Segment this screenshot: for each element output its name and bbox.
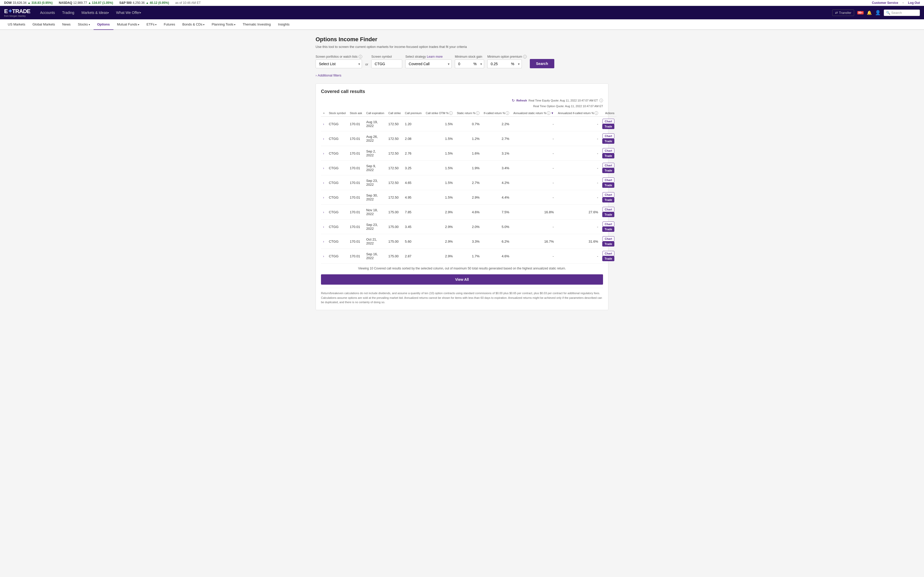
search-box[interactable]: 🔍 Search	[884, 10, 920, 16]
row-ann-static-3: -	[511, 161, 556, 176]
search-button[interactable]: Search	[530, 59, 554, 68]
subnav-mutual-funds[interactable]: Mutual Funds	[113, 19, 143, 30]
trade-button-6[interactable]: Trade	[602, 212, 614, 217]
trade-button-4[interactable]: Trade	[602, 183, 614, 188]
row-expiration-3: Sep 9, 2022	[364, 161, 386, 176]
row-expand-5[interactable]: ›	[321, 190, 327, 205]
subnav-thematic-investing[interactable]: Thematic Investing	[239, 19, 274, 30]
trade-button-2[interactable]: Trade	[602, 153, 614, 158]
view-all-button[interactable]: View All	[321, 274, 603, 285]
additional-filters-toggle[interactable]: › Additional filters	[315, 73, 609, 77]
chart-button-3[interactable]: Chart	[603, 163, 615, 168]
row-expand-1[interactable]: ›	[321, 131, 327, 146]
subnav-etfs[interactable]: ETFs	[143, 19, 160, 30]
refresh-link[interactable]: Refresh	[516, 99, 527, 102]
row-expand-0[interactable]: ›	[321, 117, 327, 131]
row-strike-1: 172.50	[386, 131, 403, 146]
row-expand-6[interactable]: ›	[321, 205, 327, 219]
learn-more-link[interactable]: Learn more	[427, 55, 443, 58]
row-premium-4: 4.65	[403, 176, 424, 190]
refresh-info-icon[interactable]: i	[599, 99, 603, 102]
chart-button-4[interactable]: Chart	[603, 177, 615, 183]
trade-button-0[interactable]: Trade	[602, 124, 614, 129]
subnav-insights[interactable]: Insights	[274, 19, 293, 30]
subnav-futures[interactable]: Futures	[160, 19, 179, 30]
min-gain-input[interactable]	[455, 60, 470, 68]
otm-info-icon[interactable]: i	[449, 111, 453, 115]
transfer-button[interactable]: ⇄ Transfer	[832, 10, 854, 16]
row-strike-9: 175.00	[386, 249, 403, 264]
user-icon[interactable]: 👤	[875, 10, 881, 15]
premium-info-icon[interactable]: i	[523, 55, 527, 58]
refresh-icon[interactable]: ↻	[512, 98, 515, 103]
row-actions-9: Chart Trade	[600, 249, 616, 264]
row-ann-if-called-9: -	[556, 249, 600, 264]
row-expand-3[interactable]: ›	[321, 161, 327, 176]
row-strike-5: 172.50	[386, 190, 403, 205]
nasdaq-ticker: NASDAQ 12,989.77 ▲ 134.97 (1.05%)	[59, 1, 113, 5]
subnav-news[interactable]: News	[58, 19, 74, 30]
th-ann-static[interactable]: Annualized static return % i ▼	[511, 110, 556, 117]
trade-button-1[interactable]: Trade	[602, 139, 614, 144]
chart-button-0[interactable]: Chart	[603, 119, 615, 124]
row-expand-2[interactable]: ›	[321, 146, 327, 161]
chart-button-9[interactable]: Chart	[603, 251, 615, 256]
nav-accounts[interactable]: Accounts	[36, 6, 58, 19]
trade-button-5[interactable]: Trade	[602, 197, 614, 203]
nav-trading[interactable]: Trading	[58, 6, 78, 19]
row-otm-1: 1.5%	[423, 131, 455, 146]
row-expand-7[interactable]: ›	[321, 219, 327, 234]
trade-button-7[interactable]: Trade	[602, 227, 614, 232]
row-expand-9[interactable]: ›	[321, 249, 327, 264]
symbol-input[interactable]	[371, 60, 402, 68]
min-premium-label: Minimum option premium i	[487, 55, 527, 58]
subnav-options[interactable]: Options	[94, 19, 113, 30]
subnav-us-markets[interactable]: US Markets	[4, 19, 29, 30]
refresh-time1: Real Time Equity Quote: Aug 11, 2022 10:…	[528, 99, 598, 102]
ann-static-info-icon[interactable]: i	[547, 111, 551, 115]
row-strike-2: 172.50	[386, 146, 403, 161]
row-symbol-6: CTGG	[327, 205, 347, 219]
row-otm-2: 1.5%	[423, 146, 455, 161]
row-ann-static-1: -	[511, 131, 556, 146]
plus-icon: +	[323, 111, 325, 114]
notification-bell-icon[interactable]: 🔔	[867, 10, 872, 15]
portfolio-info-icon[interactable]: i	[359, 55, 362, 58]
row-expand-4[interactable]: ›	[321, 176, 327, 190]
ann-ifcalled-info-icon[interactable]: i	[594, 111, 598, 115]
th-expiration: Call expiration	[364, 110, 386, 117]
row-otm-3: 1.5%	[423, 161, 455, 176]
min-gain-unit-dropdown[interactable]: % $	[470, 60, 484, 68]
row-expand-8[interactable]: ›	[321, 234, 327, 249]
row-expiration-9: Sep 16, 2022	[364, 249, 386, 264]
trade-button-8[interactable]: Trade	[602, 241, 614, 247]
strategy-dropdown[interactable]: Covered Call Cash-Secured Put	[405, 60, 452, 68]
min-gain-label: Minimum stock gain	[455, 55, 484, 58]
min-premium-unit-dropdown[interactable]: % $	[508, 60, 522, 68]
select-list-dropdown[interactable]: Select List	[315, 60, 362, 68]
customer-service-link[interactable]: Customer Service	[872, 1, 898, 5]
chart-button-2[interactable]: Chart	[603, 148, 615, 153]
chevron-right-icon: ›	[315, 73, 317, 77]
trade-button-3[interactable]: Trade	[602, 168, 614, 173]
ifcalled-info-icon[interactable]: i	[506, 111, 509, 115]
chart-button-1[interactable]: Chart	[603, 134, 615, 139]
chart-button-8[interactable]: Chart	[603, 236, 615, 241]
trade-button-9[interactable]: Trade	[602, 256, 614, 261]
row-actions-8: Chart Trade	[600, 234, 616, 249]
notification-badge[interactable]: 99+	[857, 11, 864, 15]
nav-what-we-offer[interactable]: What We Offer	[112, 6, 145, 19]
min-premium-input[interactable]	[487, 60, 508, 68]
chart-button-6[interactable]: Chart	[603, 207, 615, 212]
subnav-planning-tools[interactable]: Planning Tools	[208, 19, 239, 30]
chart-button-5[interactable]: Chart	[603, 192, 615, 197]
subnav-stocks[interactable]: Stocks	[74, 19, 94, 30]
nav-markets[interactable]: Markets & Ideas	[78, 6, 112, 19]
th-symbol: Stock symbol	[327, 110, 347, 117]
logout-link[interactable]: Log Out	[908, 1, 920, 5]
static-info-icon[interactable]: i	[476, 111, 480, 115]
sp500-change: ▲ 40.12 (0.95%)	[146, 1, 169, 5]
subnav-bonds-cds[interactable]: Bonds & CDs	[179, 19, 208, 30]
subnav-global-markets[interactable]: Global Markets	[29, 19, 58, 30]
chart-button-7[interactable]: Chart	[603, 221, 615, 227]
